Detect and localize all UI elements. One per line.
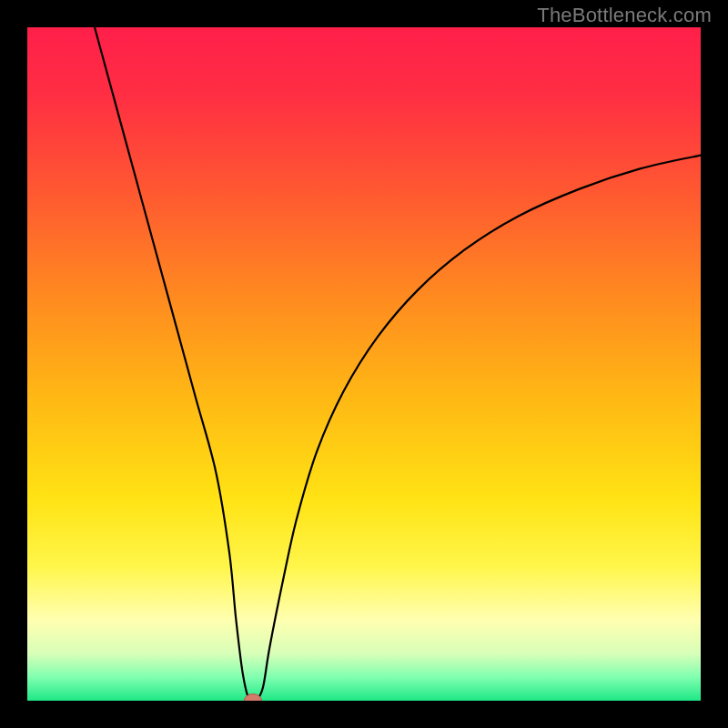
watermark-text: TheBottleneck.com bbox=[537, 4, 712, 27]
plot-area bbox=[27, 27, 701, 701]
bottleneck-chart bbox=[27, 27, 701, 701]
chart-frame: TheBottleneck.com bbox=[0, 0, 728, 728]
gradient-background bbox=[27, 27, 701, 701]
